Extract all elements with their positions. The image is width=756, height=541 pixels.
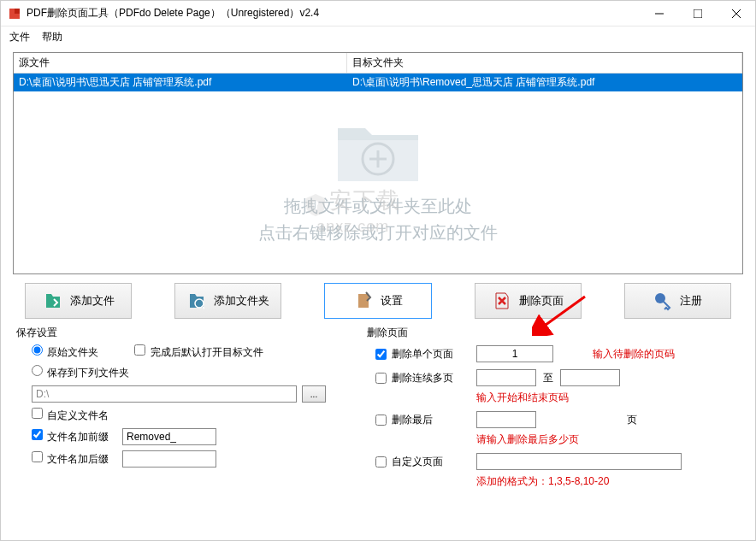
- delete-settings-title: 删除页面: [363, 324, 743, 342]
- add-file-icon: [43, 291, 63, 311]
- last-pages-input[interactable]: [476, 411, 536, 428]
- check-delete-last[interactable]: 删除最后: [375, 413, 470, 427]
- check-prefix[interactable]: 文件名加前缀: [32, 429, 117, 444]
- add-file-button[interactable]: 添加文件: [25, 283, 132, 319]
- hint-last: 请输入删除最后多少页: [476, 433, 579, 445]
- check-suffix[interactable]: 文件名加后缀: [32, 451, 117, 467]
- svg-point-4: [363, 144, 393, 174]
- range-to-input[interactable]: [560, 369, 620, 386]
- range-from-input[interactable]: [476, 369, 536, 386]
- suffix-input[interactable]: [122, 450, 216, 467]
- menu-help[interactable]: 帮助: [42, 30, 62, 44]
- file-source-cell: D:\桌面\说明书\思迅天店 店铺管理系统.pdf: [14, 74, 347, 91]
- maximize-button[interactable]: [678, 1, 717, 26]
- check-delete-single[interactable]: 删除单个页面: [375, 347, 470, 362]
- delete-page-button[interactable]: 删除页面: [475, 283, 582, 319]
- radio-custom-folder[interactable]: 保存到下列文件夹: [32, 365, 129, 380]
- register-button[interactable]: 注册: [624, 283, 731, 319]
- window-title: PDF删除页面工具（PDFdo Delete Page）（Unregistere…: [27, 6, 640, 21]
- watermark: 安下载 anxz.com: [304, 185, 401, 236]
- radio-original-folder[interactable]: 原始文件夹: [32, 344, 98, 360]
- browse-button[interactable]: ...: [302, 385, 326, 403]
- add-folder-icon: [186, 291, 207, 311]
- add-folder-button[interactable]: 添加文件夹: [174, 283, 281, 319]
- hint-range: 输入开始和结束页码: [476, 391, 569, 403]
- drop-hint-line2: 点击右键移除或打开对应的文件: [258, 221, 498, 244]
- svg-rect-8: [314, 204, 317, 209]
- save-path-input[interactable]: [32, 385, 297, 403]
- svg-line-11: [202, 306, 204, 309]
- check-open-after[interactable]: 完成后默认打开目标文件: [134, 344, 263, 360]
- settings-icon: [353, 291, 374, 311]
- check-delete-custom[interactable]: 自定义页面: [375, 455, 470, 469]
- menu-file[interactable]: 文件: [9, 30, 30, 44]
- column-source[interactable]: 源文件: [14, 53, 347, 73]
- drop-hint-line1: 拖拽文件或文件夹至此处: [284, 195, 472, 218]
- save-settings-title: 保存设置: [13, 324, 355, 342]
- app-icon: [8, 7, 21, 21]
- register-icon: [653, 291, 673, 311]
- file-target-cell: D:\桌面\说明书\Removed_思迅天店 店铺管理系统.pdf: [347, 74, 742, 91]
- settings-button[interactable]: 设置: [324, 283, 431, 319]
- minimize-button[interactable]: [640, 1, 678, 26]
- close-button[interactable]: [717, 1, 755, 26]
- svg-rect-1: [694, 9, 702, 18]
- hint-custom: 添加的格式为：1,3,5-8,10-20: [476, 475, 609, 487]
- hint-single: 输入待删除的页码: [593, 347, 675, 362]
- check-custom-filename[interactable]: 自定义文件名: [32, 408, 117, 423]
- delete-page-icon: [492, 291, 512, 311]
- check-delete-range[interactable]: 删除连续多页: [375, 371, 470, 385]
- column-target[interactable]: 目标文件夹: [347, 53, 742, 73]
- file-list-area[interactable]: 源文件 目标文件夹 D:\桌面\说明书\思迅天店 店铺管理系统.pdf D:\桌…: [13, 52, 743, 274]
- prefix-input[interactable]: [122, 428, 216, 445]
- single-page-input[interactable]: [476, 345, 553, 362]
- svg-point-7: [313, 201, 318, 206]
- file-row[interactable]: D:\桌面\说明书\思迅天店 店铺管理系统.pdf D:\桌面\说明书\Remo…: [14, 74, 742, 91]
- custom-pages-input[interactable]: [476, 453, 682, 470]
- drop-folder-icon: [331, 113, 425, 190]
